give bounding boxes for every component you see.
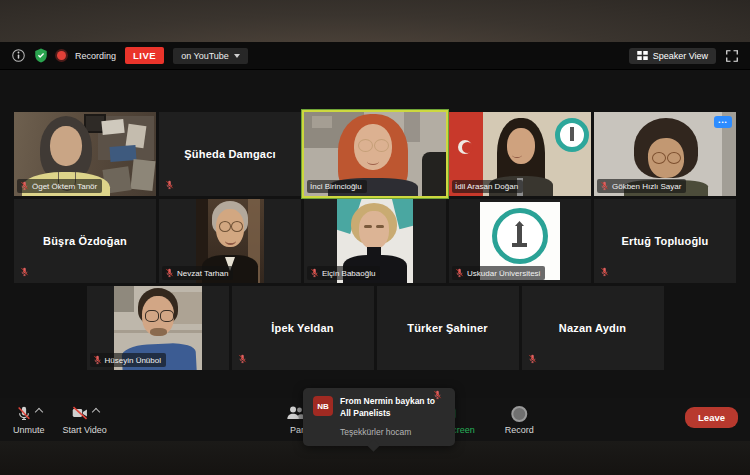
muted-mic-icon (20, 181, 29, 191)
start-video-label: Start Video (63, 425, 107, 435)
participant-name: Nevzat Tarhan (177, 269, 228, 278)
participant-name-plate: Elçin Babaoğlu (307, 266, 380, 280)
chat-message-preview: Teşekkürler hocam (340, 427, 445, 437)
security-shield-icon[interactable] (34, 48, 48, 63)
tile-busra-ozdogan[interactable]: Büşra Özdoğan (14, 199, 156, 283)
muted-mic-icon (238, 354, 247, 364)
participant-name: Hüseyin Ünübol (105, 356, 161, 365)
participant-name-plate: Nevzat Tarhan (162, 266, 233, 280)
leave-button[interactable]: Leave (685, 407, 738, 428)
tile-ipek-yeldan[interactable]: İpek Yeldan (232, 286, 374, 370)
record-icon (511, 406, 527, 422)
muted-mic-icon (20, 267, 29, 277)
stream-destination-label: on YouTube (181, 51, 229, 61)
stream-destination-dropdown[interactable]: on YouTube (173, 48, 248, 64)
tile-turker-sahiner[interactable]: Türker Şahiner (377, 286, 519, 370)
more-options-button[interactable]: ••• (714, 116, 732, 128)
participant-name: Uskudar Üniversitesi (467, 269, 540, 278)
recording-dot-icon (57, 51, 66, 60)
meeting-top-bar: Recording LIVE on YouTube Speaker View (0, 42, 750, 70)
tile-uskudar-universitesi[interactable]: Uskudar Üniversitesi (449, 199, 591, 283)
participant-name-plate: Öget Öktem Tanör (17, 179, 102, 193)
participant-name-plate: Uskudar Üniversitesi (452, 266, 545, 280)
participant-name: Büşra Özdoğan (14, 199, 156, 283)
zoom-meeting-window: Recording LIVE on YouTube Speaker View (0, 42, 750, 441)
muted-mic-icon (600, 267, 609, 277)
participant-name: Öget Öktem Tanör (32, 182, 97, 191)
tile-inci-birincioglu-active-speaker[interactable]: İnci Birincioğlu (304, 112, 446, 196)
muted-mic-icon (165, 268, 174, 278)
recording-label: Recording (75, 51, 116, 61)
mic-options-caret[interactable] (35, 408, 43, 416)
tile-nazan-aydin[interactable]: Nazan Aydın (522, 286, 664, 370)
record-label: Record (505, 425, 534, 435)
grid-row-1: Öget Öktem Tanör Şüheda Damgacı (14, 112, 736, 196)
fullscreen-icon[interactable] (726, 50, 738, 62)
participant-name: İdil Arasan Doğan (455, 182, 518, 191)
participant-name: Şüheda Damgacı (159, 112, 301, 196)
muted-mic-icon (165, 180, 174, 190)
tile-nevzat-tarhan[interactable]: Nevzat Tarhan (159, 199, 301, 283)
muted-mic-icon (600, 181, 609, 191)
unmute-button[interactable]: Unmute (8, 402, 50, 438)
grid-row-2: Büşra Özdoğan Nevzat Tarhan (14, 199, 736, 283)
tile-huseyin-unubol[interactable]: Hüseyin Ünübol (87, 286, 229, 370)
tile-ertug-topluoglu[interactable]: Ertuğ Topluoğlu (594, 199, 736, 283)
participant-name: İnci Birincioğlu (310, 182, 362, 191)
muted-mic-icon (433, 390, 442, 400)
participant-name: İpek Yeldan (232, 286, 374, 370)
start-video-button[interactable]: Start Video (58, 402, 112, 438)
chevron-down-icon (234, 54, 240, 58)
participant-name: Ertuğ Topluoğlu (594, 199, 736, 283)
participant-name: Gökben Hızlı Sayar (612, 182, 681, 191)
participant-name-plate: İdil Arasan Doğan (452, 180, 523, 193)
participant-grid: Öget Öktem Tanör Şüheda Damgacı (0, 112, 750, 370)
video-options-caret[interactable] (91, 408, 99, 416)
participant-name: Türker Şahiner (377, 286, 519, 370)
tile-gokben-hizli-sayar[interactable]: ••• Gökben Hızlı Sayar (594, 112, 736, 196)
chat-sender-title: From Nermin baykan to All Panelists (340, 396, 445, 420)
record-button[interactable]: Record (500, 402, 539, 438)
popup-header: NB From Nermin baykan to All Panelists (313, 396, 445, 420)
participant-name-plate: İnci Birincioğlu (307, 180, 367, 193)
camera-off-icon (71, 405, 89, 421)
participant-name-plate: Gökben Hızlı Sayar (597, 179, 686, 193)
tile-suheda-damgaci[interactable]: Şüheda Damgacı (159, 112, 301, 196)
muted-mic-icon (528, 354, 537, 364)
background-top (0, 0, 750, 42)
muted-mic-icon (93, 355, 102, 365)
speaker-view-button[interactable]: Speaker View (629, 48, 716, 64)
mic-off-icon (16, 405, 32, 422)
participant-name: Elçin Babaoğlu (322, 269, 375, 278)
tile-oget-oktem-tanor[interactable]: Öget Öktem Tanör (14, 112, 156, 196)
sender-avatar: NB (313, 396, 333, 416)
info-icon[interactable] (12, 49, 25, 62)
speaker-view-label: Speaker View (653, 51, 708, 61)
tile-idil-arasan-dogan[interactable]: İdil Arasan Doğan (449, 112, 591, 196)
grid-view-icon (637, 51, 648, 60)
toolbar-left: Unmute Start Video (8, 402, 112, 438)
tile-elcin-babaoglu[interactable]: Elçin Babaoğlu (304, 199, 446, 283)
muted-mic-icon (310, 268, 319, 278)
unmute-label: Unmute (13, 425, 45, 435)
live-badge: LIVE (125, 47, 164, 64)
participant-name: Nazan Aydın (522, 286, 664, 370)
top-bar-left: Recording LIVE on YouTube (0, 47, 248, 64)
top-bar-right: Speaker View (629, 48, 750, 64)
grid-row-3: Hüseyin Ünübol İpek Yeldan Türker Şahine… (87, 286, 664, 370)
participant-name-plate: Hüseyin Ünübol (90, 353, 166, 367)
muted-mic-icon (455, 268, 464, 278)
